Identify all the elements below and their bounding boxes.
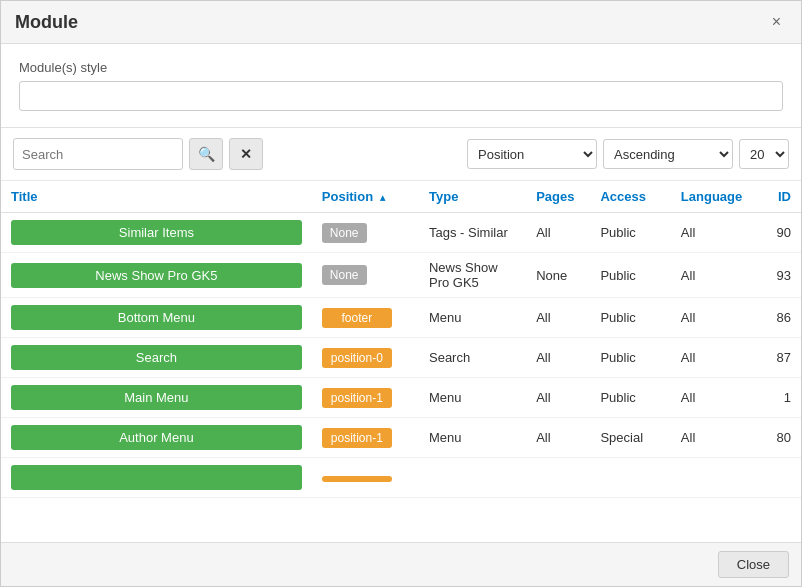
type-cell: Menu <box>419 418 526 458</box>
col-header-id[interactable]: ID <box>758 181 801 213</box>
sort-arrow: ▴ <box>380 192 385 203</box>
position-select[interactable]: Position Title Type Pages Access Languag… <box>467 139 597 169</box>
toolbar: 🔍 ✕ Position Title Type Pages Access Lan… <box>1 128 801 181</box>
search-button[interactable]: 🔍 <box>189 138 223 170</box>
id-cell: 80 <box>758 418 801 458</box>
module-title-btn-4[interactable]: Main Menu <box>11 385 302 410</box>
type-cell: Menu <box>419 378 526 418</box>
pages-cell: All <box>526 418 590 458</box>
search-icon: 🔍 <box>198 146 215 162</box>
table-row: Author Menu position-1 Menu All Special … <box>1 418 801 458</box>
table-row: Main Menu position-1 Menu All Public All… <box>1 378 801 418</box>
module-dialog: Module × Module(s) style 🔍 ✕ Position Ti… <box>0 0 802 587</box>
col-header-access[interactable]: Access <box>590 181 670 213</box>
type-cell: Tags - Similar <box>419 213 526 253</box>
toolbar-right: Position Title Type Pages Access Languag… <box>467 139 789 169</box>
access-cell: Public <box>590 338 670 378</box>
module-style-input[interactable] <box>19 81 783 111</box>
count-select[interactable]: 5 10 15 20 25 50 100 <box>739 139 789 169</box>
id-cell: 93 <box>758 253 801 298</box>
position-badge-none: None <box>322 223 367 243</box>
module-title-btn[interactable] <box>11 465 302 490</box>
access-cell: Public <box>590 213 670 253</box>
pages-cell: All <box>526 298 590 338</box>
col-header-type[interactable]: Type <box>419 181 526 213</box>
access-cell: Public <box>590 378 670 418</box>
table-container: Title Position ▴ Type Pages Access Langu… <box>1 181 801 542</box>
language-cell: All <box>671 378 758 418</box>
id-cell: 90 <box>758 213 801 253</box>
order-select[interactable]: Ascending Descending <box>603 139 733 169</box>
dialog-header: Module × <box>1 1 801 44</box>
table-body: Similar Items None Tags - Similar All Pu… <box>1 213 801 498</box>
language-cell: All <box>671 253 758 298</box>
close-x-button[interactable]: × <box>766 11 787 33</box>
pages-cell: None <box>526 253 590 298</box>
position-badge: footer <box>322 308 392 328</box>
position-badge: position-1 <box>322 388 392 408</box>
language-cell: All <box>671 213 758 253</box>
access-cell: Public <box>590 253 670 298</box>
position-badge-none: None <box>322 265 367 285</box>
modules-table: Title Position ▴ Type Pages Access Langu… <box>1 181 801 498</box>
position-badge: position-1 <box>322 428 392 448</box>
module-style-label: Module(s) style <box>19 60 783 75</box>
pages-cell: All <box>526 338 590 378</box>
table-row: Similar Items None Tags - Similar All Pu… <box>1 213 801 253</box>
dialog-title: Module <box>15 12 78 33</box>
id-cell: 1 <box>758 378 801 418</box>
dialog-footer: Close <box>1 542 801 586</box>
col-header-pages[interactable]: Pages <box>526 181 590 213</box>
close-button[interactable]: Close <box>718 551 789 578</box>
table-row: Bottom Menu footer Menu All Public All 8… <box>1 298 801 338</box>
position-badge: position-0 <box>322 348 392 368</box>
id-cell: 87 <box>758 338 801 378</box>
type-cell: Search <box>419 338 526 378</box>
module-title-btn-0[interactable]: Similar Items <box>11 220 302 245</box>
module-title-btn-2[interactable]: Bottom Menu <box>11 305 302 330</box>
col-header-language[interactable]: Language <box>671 181 758 213</box>
module-title-btn-1[interactable]: News Show Pro GK5 <box>11 263 302 288</box>
language-cell: All <box>671 418 758 458</box>
access-cell: Public <box>590 298 670 338</box>
table-header-row: Title Position ▴ Type Pages Access Langu… <box>1 181 801 213</box>
clear-icon: ✕ <box>240 146 252 162</box>
module-title-btn-5[interactable]: Author Menu <box>11 425 302 450</box>
table-row <box>1 458 801 498</box>
search-input[interactable] <box>13 138 183 170</box>
col-header-position[interactable]: Position ▴ <box>312 181 419 213</box>
id-cell: 86 <box>758 298 801 338</box>
dialog-body: Module(s) style 🔍 ✕ Position Title Type … <box>1 44 801 542</box>
language-cell: All <box>671 338 758 378</box>
language-cell: All <box>671 298 758 338</box>
position-badge <box>322 476 392 482</box>
table-row: News Show Pro GK5 None News Show Pro GK5… <box>1 253 801 298</box>
access-cell: Special <box>590 418 670 458</box>
table-row: Search position-0 Search All Public All … <box>1 338 801 378</box>
type-cell: Menu <box>419 298 526 338</box>
type-cell: News Show Pro GK5 <box>419 253 526 298</box>
pages-cell: All <box>526 378 590 418</box>
module-title-btn-3[interactable]: Search <box>11 345 302 370</box>
col-header-title[interactable]: Title <box>1 181 312 213</box>
module-style-section: Module(s) style <box>1 44 801 128</box>
pages-cell: All <box>526 213 590 253</box>
clear-button[interactable]: ✕ <box>229 138 263 170</box>
